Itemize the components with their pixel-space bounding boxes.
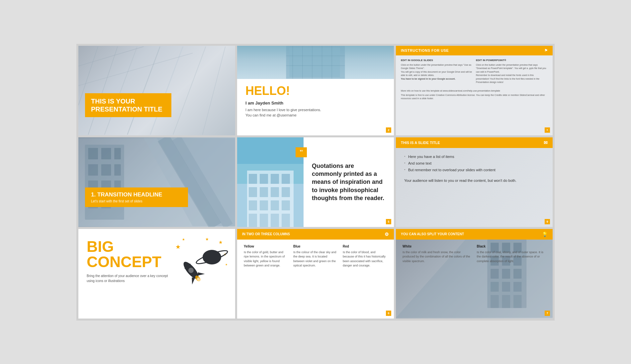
transition-svg [78,137,235,227]
flag-icon [544,48,548,53]
arch-illustration [78,46,235,135]
svg-line-8 [78,46,144,66]
svg-rect-50 [249,200,257,210]
hello-title: HELLO! [245,84,386,98]
instructions-content: EDIT IN GOOGLE SLIDES Click on the butto… [396,55,553,88]
list-bottom-text: Your audience will listen to you or read… [404,178,544,183]
split-white-text: Is the color of milk and fresh snow, the… [403,250,472,264]
slide-number: 9 [545,219,550,224]
svg-rect-88 [491,295,499,308]
instr-google-text1: Click on the button under the presentati… [401,63,473,70]
slide-transition: 1. TRANSITION HEADLINE Let's start with … [78,137,235,227]
svg-rect-44 [271,174,279,184]
columns-header: IN TWO OR THREE COLUMNS ⚙ [237,229,394,240]
column-red: Red Is the color of blood, and because o… [343,245,387,268]
instr-ppt-text2: Remember to download and install the fon… [476,74,548,84]
slide-number: + [545,127,550,133]
instr-google-title: EDIT IN GOOGLE SLIDES [401,59,473,62]
col-red-title: Red [343,245,387,248]
split-title: YOU CAN ALSO SPLIT YOUR CONTENT [401,232,464,236]
bullet-list: Here you have a list of items And some t… [404,155,544,172]
svg-rect-46 [249,187,257,197]
instr-col-google: EDIT IN GOOGLE SLIDES Click on the butto… [401,59,473,84]
col-blue-title: Blue [293,245,338,248]
slide-number: 7 [545,311,550,316]
building-svg [237,46,394,79]
instr-ppt-text1: Click on the button under the presentati… [476,63,548,74]
split-header: YOU CAN ALSO SPLIT YOUR CONTENT 💡 [396,229,553,240]
svg-rect-25 [114,148,121,159]
svg-rect-54 [249,214,257,227]
hello-content: HELLO! I am Jayden Smith I am here becau… [237,79,394,123]
slide-hello: HELLO! I am Jayden Smith I am here becau… [237,46,394,135]
svg-rect-55 [260,214,268,227]
svg-rect-45 [282,174,290,184]
big-concept-sub: Bring the attention of your audience ove… [87,273,173,283]
presenter-name: I am Jayden Smith [245,101,386,106]
svg-rect-48 [271,187,279,197]
svg-rect-90 [513,295,522,308]
svg-text:★: ★ [219,240,223,245]
split-white-title: White [403,245,472,248]
col-red-text: Is the color of blood, and because of th… [343,250,387,268]
instructions-license: This template is free to use under Creat… [401,94,548,100]
transition-headline: 1. TRANSITION HEADLINE [91,191,182,198]
svg-rect-89 [502,295,510,308]
svg-rect-49 [282,187,290,197]
column-blue: Blue Is the colour of the clear sky and … [293,245,338,268]
list-item-1: Here you have a list of items [404,155,544,159]
presentation-title: THIS IS YOUR PRESENTATION TITLE [91,97,165,113]
list-header: THIS IS A SLIDE TITLE ✉ [396,137,553,148]
svg-text:★: ★ [182,238,185,241]
instructions-title: INSTRUCTIONS FOR USE [401,48,449,52]
instructions-header: INSTRUCTIONS FOR USE [396,46,553,55]
svg-rect-83 [502,269,510,279]
quote-text: Quotations are commonly printed as a mea… [312,162,386,202]
svg-rect-52 [271,200,279,210]
svg-rect-82 [491,269,499,279]
svg-text:★: ★ [205,237,209,242]
svg-rect-85 [491,282,499,292]
slide-big-concept: BIG CONCEPT Bring the attention of your … [78,229,235,319]
slide-quote: " Quotations are commonly printed as a m… [237,137,394,227]
list-items-area: Here you have a list of items And some t… [396,148,553,190]
svg-rect-26 [88,164,98,175]
slide-list: THIS IS A SLIDE TITLE ✉ Here you have a … [396,137,553,227]
svg-rect-43 [260,174,268,184]
transition-sub: Let's start with the first set of slides [91,199,182,203]
slide-columns: IN TWO OR THREE COLUMNS ⚙ Yellow Is the … [237,229,394,319]
rocket-svg: ★ ★ ★ ★ ★ ★ [172,236,232,302]
svg-rect-84 [513,269,522,279]
svg-rect-23 [88,148,98,159]
slide-number: 6 [386,311,391,316]
quote-building-svg [237,137,304,227]
svg-line-2 [88,46,118,135]
svg-rect-87 [513,282,522,292]
instr-google-text3: You have to be signed in to your Google … [401,78,455,80]
svg-text:★: ★ [225,263,227,266]
svg-rect-51 [260,200,268,210]
list-title: THIS IS A SLIDE TITLE [401,141,440,145]
quote-image: " [237,137,304,227]
columns-icon: ⚙ [385,232,389,237]
instructions-link-text: More info on how to use this template at… [401,89,548,93]
slide-split: YOU CAN ALSO SPLIT YOUR CONTENT 💡 White … [396,229,553,319]
presenter-desc: I am here because I love to give present… [245,107,386,118]
quote-mark-icon: " [296,147,307,157]
instr-col-ppt: EDIT IN POWERPOINT® Click on the button … [476,59,548,84]
column-yellow: Yellow Is the color of gold, butter and … [244,245,288,268]
svg-rect-47 [260,187,268,197]
split-col-black: Black Is the color of coal, ebony, and o… [477,245,546,264]
split-black-text: Is the color of coal, ebony, and of oute… [477,250,546,264]
svg-text:★: ★ [175,244,181,250]
list-icon: ✉ [544,140,548,145]
svg-rect-12 [289,47,340,77]
col-blue-text: Is the colour of the clear sky and the d… [293,250,338,268]
split-black-title: Black [477,245,546,248]
split-cols: White Is the color of milk and fresh sno… [396,240,553,269]
svg-rect-57 [282,214,290,227]
instr-google-text2: You will get a copy of this document on … [401,70,473,77]
columns-content: Yellow Is the color of gold, butter and … [237,240,394,273]
columns-title: IN TWO OR THREE COLUMNS [242,232,290,236]
title-box: THIS IS YOUR PRESENTATION TITLE [85,93,171,117]
